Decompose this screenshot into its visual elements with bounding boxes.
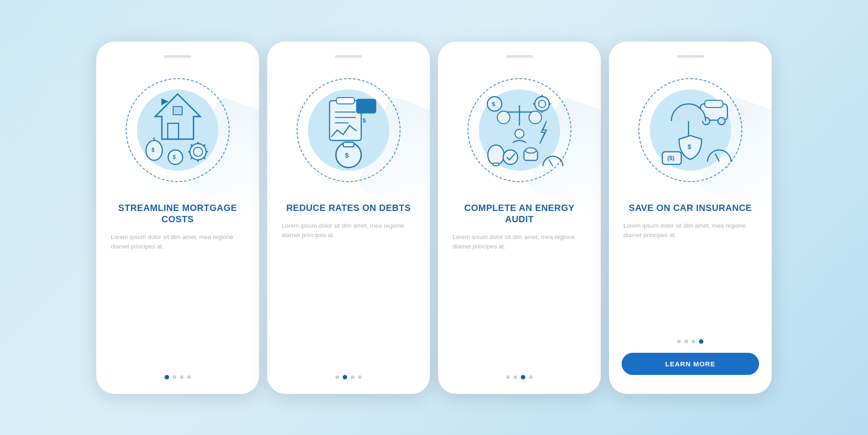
mortgage-icon: $ $ (128, 80, 227, 180)
svg-point-33 (497, 111, 510, 124)
svg-line-50 (549, 159, 553, 166)
card-title-3: COMPLETE AN ENERGY AUDIT (451, 202, 588, 225)
svg-rect-46 (493, 163, 499, 166)
svg-text:+: + (726, 165, 728, 169)
illustration-1: $ $ (114, 67, 241, 193)
svg-text:-: - (714, 165, 716, 169)
svg-line-13 (204, 158, 205, 159)
svg-rect-52 (705, 100, 723, 108)
dot[interactable] (684, 340, 688, 343)
svg-point-35 (515, 129, 524, 138)
svg-point-47 (503, 150, 518, 164)
dot[interactable] (358, 375, 362, 379)
dot[interactable] (506, 375, 510, 379)
svg-rect-1 (168, 123, 179, 139)
dot[interactable] (351, 375, 354, 379)
card-4: $ - + ($) SAVE ON CAR INSURANCE Lorem ip… (609, 42, 772, 394)
energy-icon: $ (470, 80, 569, 180)
svg-text:$: $ (363, 117, 366, 124)
svg-rect-30 (343, 142, 354, 147)
svg-point-45 (488, 145, 504, 165)
dot[interactable] (335, 375, 339, 379)
svg-line-57 (715, 154, 719, 162)
svg-rect-25 (357, 99, 376, 113)
svg-point-34 (529, 111, 542, 124)
learn-more-button[interactable]: LEARN MORE (622, 353, 759, 375)
dot[interactable] (677, 340, 681, 343)
phones-container: $ $ STREAMLINE (96, 42, 772, 394)
card-title-1: STREAMLINE MORTGAGE COSTS (109, 202, 246, 225)
dots-2 (335, 375, 362, 379)
svg-point-49 (525, 148, 536, 153)
dot-active[interactable] (521, 375, 525, 379)
svg-point-36 (535, 97, 549, 111)
svg-marker-44 (540, 121, 547, 144)
debts-icon: $ $ (299, 80, 398, 180)
card-desc-4: Lorem ipsum dolor sit dim amet, mea regi… (622, 221, 759, 240)
svg-line-12 (191, 145, 192, 146)
dot[interactable] (187, 375, 191, 379)
dot[interactable] (692, 340, 695, 343)
dot[interactable] (529, 375, 533, 379)
dot[interactable] (173, 375, 176, 379)
dots-3 (506, 375, 533, 379)
card-3: $ COMPLETE AN ENERGY AUDIT Lorem ipsum d… (438, 42, 601, 394)
svg-point-6 (190, 144, 206, 160)
svg-text:$: $ (173, 154, 176, 160)
svg-line-15 (191, 158, 192, 159)
svg-line-14 (204, 145, 205, 146)
card-desc-3: Lorem ipsum dolor sit dim amet, mea regi… (451, 232, 588, 252)
illustration-2: $ $ (285, 67, 412, 193)
car-insurance-icon: $ - + ($) (641, 80, 740, 180)
svg-rect-21 (336, 98, 354, 104)
svg-point-54 (718, 117, 725, 125)
dot[interactable] (514, 375, 517, 379)
svg-text:$: $ (492, 101, 495, 108)
card-title-2: REDUCE RATES ON DEBTS (286, 202, 411, 214)
illustration-4: $ - + ($) (627, 67, 754, 193)
card-desc-2: Lorem ipsum dolor sit dim amet, mea regi… (280, 221, 417, 240)
card-title-4: SAVE ON CAR INSURANCE (629, 202, 752, 214)
svg-text:$: $ (345, 151, 349, 159)
dots-1 (165, 375, 191, 379)
dot[interactable] (180, 375, 184, 379)
svg-text:($): ($) (667, 154, 675, 161)
svg-text:$: $ (151, 147, 155, 153)
dot-active[interactable] (699, 339, 703, 344)
dots-4 (677, 339, 703, 344)
card-2: $ $ REDUCE RATES ON DEBTS Lorem ipsum do… (267, 42, 430, 394)
svg-rect-2 (173, 107, 182, 115)
dot-active[interactable] (343, 375, 347, 379)
svg-text:$: $ (688, 143, 691, 150)
card-1: $ $ STREAMLINE (96, 42, 259, 394)
dot-active[interactable] (165, 375, 169, 379)
card-desc-1: Lorem ipsum dolor sit dim amet, mea regi… (109, 232, 246, 252)
illustration-3: $ (456, 67, 583, 193)
